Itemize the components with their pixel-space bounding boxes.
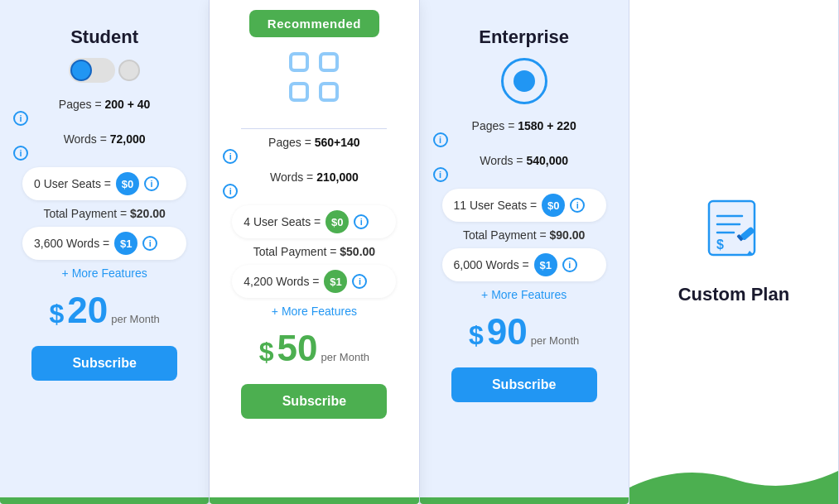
student-extra-words-pill: 3,600 Words = $1 i (22, 227, 186, 260)
enterprise-words-row: Words = 540,000 i (433, 154, 615, 182)
professional-seats-label: 4 User Seats = (244, 215, 321, 228)
student-seat-cost-badge: $0 (116, 172, 139, 195)
professional-price-display: $ 50 per Month (259, 328, 369, 369)
professional-price-period: per Month (321, 351, 369, 363)
professional-price-amount: 50 (277, 328, 318, 369)
enterprise-extra-words-label: 6,000 Words = (454, 258, 529, 271)
professional-pages-info-icon[interactable]: i (223, 149, 238, 164)
student-total-row: Total Payment = $20.00 (43, 207, 166, 220)
svg-rect-3 (321, 84, 337, 100)
professional-seats-pill: 4 User Seats = $0 i (232, 205, 396, 238)
professional-extra-word-cost-badge: $1 (324, 270, 347, 293)
enterprise-price-display: $ 90 per Month (469, 311, 579, 353)
student-subscribe-button[interactable]: Subscribe (31, 346, 177, 381)
student-pages-info-icon[interactable]: i (13, 111, 28, 126)
student-extra-words-info-icon[interactable]: i (142, 236, 157, 251)
professional-divider (241, 128, 387, 129)
professional-more-features-link[interactable]: + More Features (272, 305, 357, 318)
custom-plan-icon: $ (697, 193, 771, 271)
enterprise-price-period: per Month (531, 334, 580, 347)
enterprise-circle-icon (501, 58, 547, 104)
professional-price-dollar: $ (259, 337, 274, 367)
professional-total-row: Total Payment = $50.00 (253, 245, 376, 258)
professional-extra-words-label: 4,200 Words = (244, 275, 319, 288)
enterprise-seats-pill: 11 User Seats = $0 i (442, 189, 606, 222)
student-price-amount: 20 (67, 290, 108, 331)
plans-container: Student Pages = 200 + 40 i Words = 72,00… (0, 0, 839, 504)
enterprise-extra-words-info-icon[interactable]: i (562, 257, 577, 272)
recommended-badge: Recommended (249, 10, 379, 37)
custom-plan-title: Custom Plan (678, 284, 789, 305)
svg-rect-0 (291, 54, 307, 70)
student-price-dollar: $ (49, 299, 64, 329)
professional-seats-info-icon[interactable]: i (354, 214, 369, 229)
enterprise-circle-inner (514, 70, 535, 92)
student-seats-pill: 0 User Seats = $0 i (22, 167, 186, 200)
professional-seat-cost-badge: $0 (325, 210, 349, 233)
professional-extra-words-pill: 4,200 Words = $1 i (232, 265, 396, 298)
enterprise-seat-cost-badge: $0 (542, 194, 565, 217)
student-seats-label: 0 User Seats = (34, 177, 111, 190)
custom-plan-card: $ Custom Plan (629, 0, 839, 504)
student-price-period: per Month (111, 313, 160, 325)
professional-words-row: Words = 210,000 i (223, 170, 405, 199)
custom-wave (629, 454, 838, 504)
toggle-pill[interactable] (69, 58, 115, 83)
enterprise-pages-row: Pages = 1580 + 220 i (433, 119, 615, 147)
svg-text:$: $ (716, 238, 724, 252)
student-pages-row: Pages = 200 + 40 i (13, 98, 195, 126)
enterprise-pages-info-icon[interactable]: i (433, 132, 448, 147)
professional-plan-card: Recommended Pages = 560+140 i Words = 21… (210, 0, 419, 504)
student-more-features-link[interactable]: + More Features (62, 266, 147, 280)
professional-words-info-icon[interactable]: i (223, 184, 238, 199)
svg-rect-1 (321, 54, 337, 70)
scan-icon (284, 47, 344, 107)
student-toggle-icon (69, 58, 140, 83)
student-plan-title: Student (70, 26, 138, 48)
student-extra-words-label: 3,600 Words = (34, 237, 109, 250)
student-words-row: Words = 72,000 i (13, 132, 195, 161)
student-seats-info-icon[interactable]: i (144, 176, 159, 191)
enterprise-subscribe-button[interactable]: Subscribe (451, 367, 597, 402)
enterprise-more-features-link[interactable]: + More Features (481, 288, 567, 301)
enterprise-price-dollar: $ (469, 320, 484, 351)
enterprise-words-info-icon[interactable]: i (433, 167, 448, 182)
enterprise-plan-title: Enterprise (479, 26, 569, 48)
student-price-display: $ 20 per Month (49, 290, 159, 331)
enterprise-total-row: Total Payment = $90.00 (463, 228, 586, 242)
professional-subscribe-button[interactable]: Subscribe (241, 384, 387, 419)
svg-rect-2 (291, 84, 307, 100)
enterprise-plan-card: Enterprise Pages = 1580 + 220 i Words = … (420, 0, 629, 504)
enterprise-extra-word-cost-badge: $1 (534, 253, 557, 276)
professional-pages-row: Pages = 560+140 i (223, 136, 405, 164)
toggle-knob (70, 60, 92, 81)
student-words-info-icon[interactable]: i (13, 146, 28, 161)
toggle-thumb (118, 60, 140, 81)
enterprise-price-amount: 90 (487, 311, 528, 353)
professional-extra-words-info-icon[interactable]: i (352, 274, 367, 289)
enterprise-seats-label: 11 User Seats = (454, 199, 538, 212)
enterprise-extra-words-pill: 6,000 Words = $1 i (442, 248, 606, 281)
student-extra-word-cost-badge: $1 (114, 232, 137, 255)
enterprise-seats-info-icon[interactable]: i (570, 198, 585, 213)
student-plan-card: Student Pages = 200 + 40 i Words = 72,00… (0, 0, 210, 504)
